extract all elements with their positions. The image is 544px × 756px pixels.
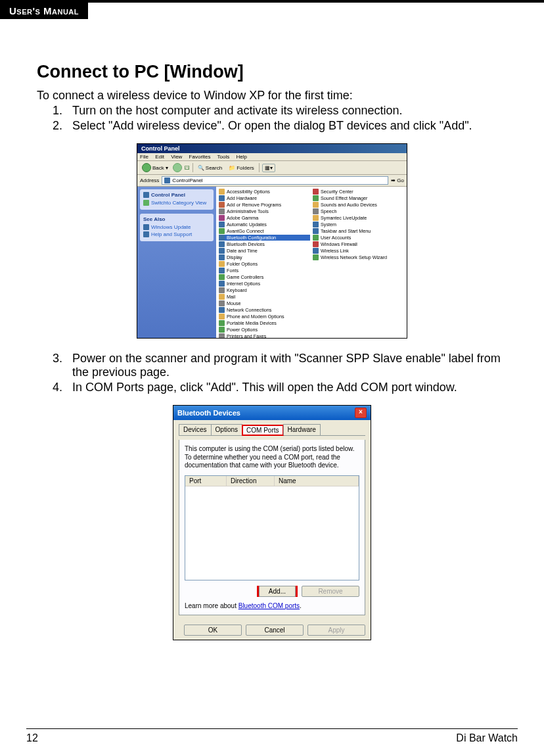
item-icon (313, 228, 319, 234)
cp-item-list: Accessibility OptionsAdd HardwareAdd or … (216, 187, 407, 339)
cp-item[interactable]: Internet Options (219, 281, 310, 287)
item-icon (219, 307, 225, 313)
cp-item[interactable]: Bluetooth Devices (219, 241, 310, 247)
cp-sidebar: Control Panel Switchto Category View See… (137, 187, 216, 339)
bluetooth-devices-dialog: Bluetooth Devices × Devices Options COM … (173, 405, 371, 640)
back-button[interactable]: Back ▾ (140, 162, 170, 173)
item-icon (313, 241, 319, 247)
cp-item[interactable]: Add Hardware (219, 195, 310, 201)
cp-menubar[interactable]: File Edit View Favorites Tools Help (137, 153, 407, 161)
cp-item[interactable]: Mail (219, 294, 310, 300)
up-icon[interactable]: ⮹ (185, 165, 190, 171)
item-icon (219, 300, 225, 306)
menu-favorites[interactable]: Favorites (189, 154, 211, 160)
step-3: Power on the scanner and program it with… (66, 352, 507, 379)
add-button[interactable]: Add... (259, 586, 296, 597)
switch-view-link[interactable]: Switchto Category View (143, 200, 210, 206)
step-1: Turn on the host computer and activate i… (66, 104, 507, 118)
item-icon (219, 314, 225, 319)
close-icon[interactable]: × (355, 408, 367, 418)
cp-item[interactable]: Network Connections (219, 307, 310, 313)
item-icon (219, 202, 225, 208)
cp-item[interactable]: Taskbar and Start Menu (313, 228, 404, 234)
cp-item[interactable]: Security Center (313, 189, 404, 195)
item-icon (313, 208, 319, 214)
cp-item[interactable]: Wireless Link (313, 248, 404, 254)
item-icon (219, 248, 225, 254)
cp-item[interactable]: Sound Effect Manager (313, 195, 404, 201)
menu-tools[interactable]: Tools (217, 154, 230, 160)
cp-item[interactable]: Sounds and Audio Devices (313, 202, 404, 208)
cp-item[interactable]: Symantec LiveUpdate (313, 215, 404, 221)
col-direction: Direction (227, 476, 275, 486)
page-number: 12 (26, 732, 38, 744)
item-icon (219, 287, 225, 293)
apply-button[interactable]: Apply (307, 625, 365, 636)
go-button[interactable]: ➡ Go (391, 177, 404, 183)
views-button[interactable]: ▦▾ (262, 164, 275, 172)
tab-com-ports[interactable]: COM Ports (242, 425, 283, 436)
item-icon (219, 294, 225, 300)
cp-item[interactable]: Adobe Gamma (219, 215, 310, 221)
cp-icon (143, 192, 149, 198)
menu-file[interactable]: File (140, 154, 148, 160)
help-icon (143, 231, 149, 237)
item-icon (219, 241, 225, 247)
item-icon (313, 195, 319, 201)
menu-edit[interactable]: Edit (155, 154, 164, 160)
cp-item[interactable]: Windows Firewall (313, 241, 404, 247)
cp-item[interactable]: Automatic Updates (219, 222, 310, 227)
bluetooth-com-ports-link[interactable]: Bluetooth COM ports (238, 602, 300, 609)
menu-view[interactable]: View (171, 154, 182, 160)
item-icon (219, 268, 225, 273)
cp-item[interactable]: Printers and Faxes (219, 333, 310, 339)
cp-item[interactable]: Folder Options (219, 261, 310, 267)
learn-more: Learn more about Bluetooth COM ports. (185, 602, 359, 609)
col-port: Port (185, 476, 227, 486)
item-icon (313, 202, 319, 208)
cp-item[interactable]: Administrative Tools (219, 208, 310, 214)
tab-options[interactable]: Options (211, 424, 242, 435)
cp-item[interactable]: Game Controllers (219, 274, 310, 280)
help-support-link[interactable]: Help and Support (143, 231, 210, 237)
item-icon (219, 222, 225, 227)
remove-button[interactable]: Remove (302, 586, 359, 597)
cp-item[interactable]: Add or Remove Programs (219, 202, 310, 208)
item-icon (219, 235, 225, 241)
bt-tabs: Devices Options COM Ports Hardware (179, 424, 365, 436)
cp-item[interactable]: Display (219, 254, 310, 260)
tab-devices[interactable]: Devices (179, 424, 212, 435)
cancel-button[interactable]: Cancel (246, 625, 304, 636)
cp-item[interactable]: User Accounts (313, 235, 404, 241)
folders-button[interactable]: 📁 Folders (227, 164, 256, 172)
cp-item[interactable]: AvantGo Connect (219, 228, 310, 234)
cp-item[interactable]: Fonts (219, 268, 310, 273)
ok-button[interactable]: OK (184, 625, 242, 636)
item-icon (219, 320, 225, 326)
cp-item[interactable]: Portable Media Devices (219, 320, 310, 326)
cp-item[interactable]: Phone and Modem Options (219, 314, 310, 319)
item-icon (313, 215, 319, 221)
forward-icon[interactable] (173, 163, 182, 172)
com-ports-list[interactable]: Port Direction Name (185, 475, 359, 581)
cp-item[interactable]: Mouse (219, 300, 310, 306)
item-icon (313, 222, 319, 227)
windows-update-link[interactable]: Windows Update (143, 224, 210, 230)
cp-item[interactable]: Accessibility Options (219, 189, 310, 195)
item-icon (313, 248, 319, 254)
cp-item[interactable]: Bluetooth Configuration (219, 235, 310, 241)
col-name: Name (275, 476, 359, 486)
cp-titlebar: Control Panel (137, 144, 407, 153)
header-tab: User's Manual (0, 3, 88, 19)
cp-item[interactable]: Keyboard (219, 287, 310, 293)
tab-hardware[interactable]: Hardware (283, 424, 321, 435)
address-input[interactable]: ControlPanel (162, 176, 388, 185)
cp-item[interactable]: System (313, 222, 404, 227)
cp-item[interactable]: Date and Time (219, 248, 310, 254)
search-button[interactable]: 🔍 Search (196, 164, 224, 172)
menu-help[interactable]: Help (237, 154, 247, 160)
cp-item[interactable]: Power Options (219, 327, 310, 333)
control-panel-window: Control Panel File Edit View Favorites T… (137, 143, 407, 339)
cp-item[interactable]: Wireless Network Setup Wizard (313, 254, 404, 260)
cp-item[interactable]: Speech (313, 208, 404, 214)
